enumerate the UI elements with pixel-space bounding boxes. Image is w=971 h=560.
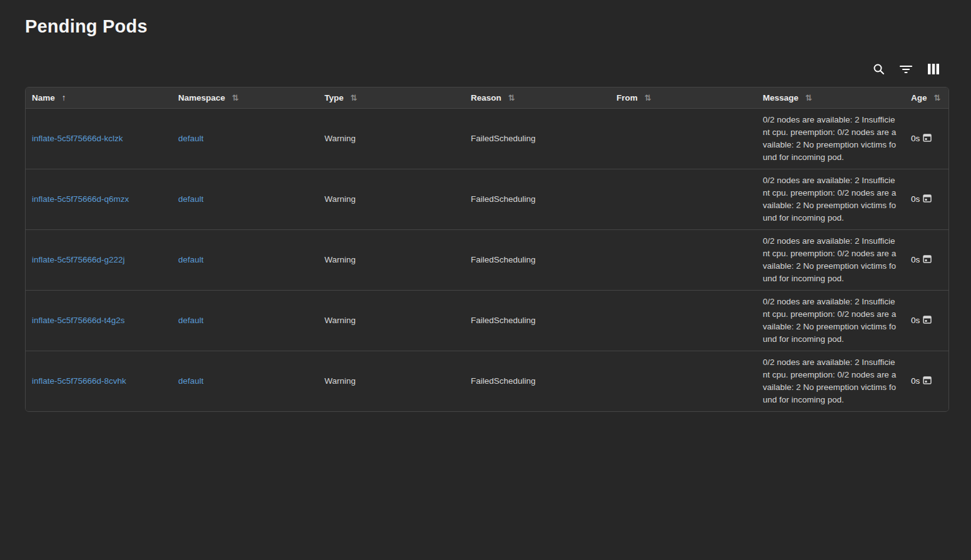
filter-button[interactable] bbox=[899, 63, 913, 77]
reason-cell: FailedScheduling bbox=[465, 108, 610, 169]
sort-both-icon: ⇅ bbox=[805, 93, 812, 102]
pending-pods-page: Pending Pods bbox=[0, 0, 971, 412]
message-cell: 0/2 nodes are available: 2 Insufficient … bbox=[757, 108, 905, 169]
message-cell: 0/2 nodes are available: 2 Insufficient … bbox=[757, 351, 905, 411]
reason-cell: FailedScheduling bbox=[465, 290, 610, 351]
age-cell: 0s bbox=[905, 290, 949, 351]
column-header-reason[interactable]: Reason ⇅ bbox=[465, 88, 610, 108]
table-header-row: Name ↑ Namespace ⇅ Type ⇅ Reason ⇅ bbox=[26, 88, 949, 108]
namespace-link[interactable]: default bbox=[178, 194, 204, 204]
sort-both-icon: ⇅ bbox=[508, 93, 515, 102]
calendar-icon bbox=[923, 254, 932, 265]
columns-button[interactable] bbox=[927, 63, 940, 77]
age-cell: 0s bbox=[905, 108, 949, 169]
pod-name-link[interactable]: inflate-5c5f75666d-t4g2s bbox=[32, 316, 125, 325]
sort-both-icon: ⇅ bbox=[933, 93, 940, 102]
pod-name-link[interactable]: inflate-5c5f75666d-g222j bbox=[32, 255, 125, 264]
column-header-type[interactable]: Type ⇅ bbox=[318, 88, 465, 108]
sort-both-icon: ⇅ bbox=[232, 93, 239, 102]
pod-name-link[interactable]: inflate-5c5f75666d-kclzk bbox=[32, 134, 123, 143]
column-header-message[interactable]: Message ⇅ bbox=[757, 88, 905, 108]
from-cell bbox=[610, 229, 757, 290]
message-cell: 0/2 nodes are available: 2 Insufficient … bbox=[757, 229, 905, 290]
age-value: 0s bbox=[911, 316, 920, 325]
reason-cell: FailedScheduling bbox=[465, 229, 610, 290]
column-header-from[interactable]: From ⇅ bbox=[610, 88, 757, 108]
column-label: Namespace bbox=[178, 93, 225, 102]
column-header-age[interactable]: Age ⇅ bbox=[905, 88, 949, 108]
sort-both-icon: ⇅ bbox=[645, 93, 652, 102]
calendar-icon bbox=[923, 315, 932, 326]
search-icon bbox=[873, 63, 885, 77]
column-header-name[interactable]: Name ↑ bbox=[26, 88, 172, 108]
pod-name-link[interactable]: inflate-5c5f75666d-q6mzx bbox=[32, 194, 129, 204]
from-cell bbox=[610, 169, 757, 229]
type-cell: Warning bbox=[318, 169, 465, 229]
pod-name-link[interactable]: inflate-5c5f75666d-8cvhk bbox=[32, 376, 126, 386]
reason-cell: FailedScheduling bbox=[465, 351, 610, 411]
column-label: Type bbox=[325, 93, 344, 102]
from-cell bbox=[610, 290, 757, 351]
message-cell: 0/2 nodes are available: 2 Insufficient … bbox=[757, 169, 905, 229]
age-value: 0s bbox=[911, 134, 920, 143]
search-button[interactable] bbox=[872, 63, 885, 77]
type-cell: Warning bbox=[318, 229, 465, 290]
namespace-link[interactable]: default bbox=[178, 316, 204, 325]
column-label: Message bbox=[763, 93, 798, 102]
sort-asc-icon: ↑ bbox=[62, 92, 66, 102]
table-row[interactable]: inflate-5c5f75666d-kclzk default Warning… bbox=[26, 108, 949, 169]
namespace-link[interactable]: default bbox=[178, 255, 204, 264]
column-label: From bbox=[616, 93, 638, 102]
reason-cell: FailedScheduling bbox=[465, 169, 610, 229]
type-cell: Warning bbox=[318, 108, 465, 169]
table-row[interactable]: inflate-5c5f75666d-t4g2s default Warning… bbox=[26, 290, 949, 351]
columns-icon bbox=[928, 64, 939, 76]
page-title: Pending Pods bbox=[25, 16, 949, 37]
age-cell: 0s bbox=[905, 169, 949, 229]
column-label: Age bbox=[911, 93, 927, 102]
table-row[interactable]: inflate-5c5f75666d-8cvhk default Warning… bbox=[26, 351, 949, 411]
table-row[interactable]: inflate-5c5f75666d-q6mzx default Warning… bbox=[26, 169, 949, 229]
column-header-namespace[interactable]: Namespace ⇅ bbox=[172, 88, 318, 108]
column-label: Name bbox=[32, 93, 55, 102]
pending-pods-table: Name ↑ Namespace ⇅ Type ⇅ Reason ⇅ bbox=[25, 87, 949, 412]
sort-both-icon: ⇅ bbox=[350, 93, 357, 102]
from-cell bbox=[610, 108, 757, 169]
age-value: 0s bbox=[911, 376, 920, 386]
age-cell: 0s bbox=[905, 351, 949, 411]
type-cell: Warning bbox=[318, 290, 465, 351]
namespace-link[interactable]: default bbox=[178, 134, 204, 143]
namespace-link[interactable]: default bbox=[178, 376, 204, 386]
calendar-icon bbox=[923, 376, 932, 386]
type-cell: Warning bbox=[318, 351, 465, 411]
age-cell: 0s bbox=[905, 229, 949, 290]
table-row[interactable]: inflate-5c5f75666d-g222j default Warning… bbox=[26, 229, 949, 290]
column-label: Reason bbox=[471, 93, 501, 102]
filter-icon bbox=[900, 64, 912, 76]
age-value: 0s bbox=[911, 255, 920, 264]
message-cell: 0/2 nodes are available: 2 Insufficient … bbox=[757, 290, 905, 351]
calendar-icon bbox=[923, 133, 932, 144]
age-value: 0s bbox=[911, 194, 920, 204]
table-toolbar bbox=[25, 63, 949, 77]
calendar-icon bbox=[923, 194, 932, 204]
from-cell bbox=[610, 351, 757, 411]
